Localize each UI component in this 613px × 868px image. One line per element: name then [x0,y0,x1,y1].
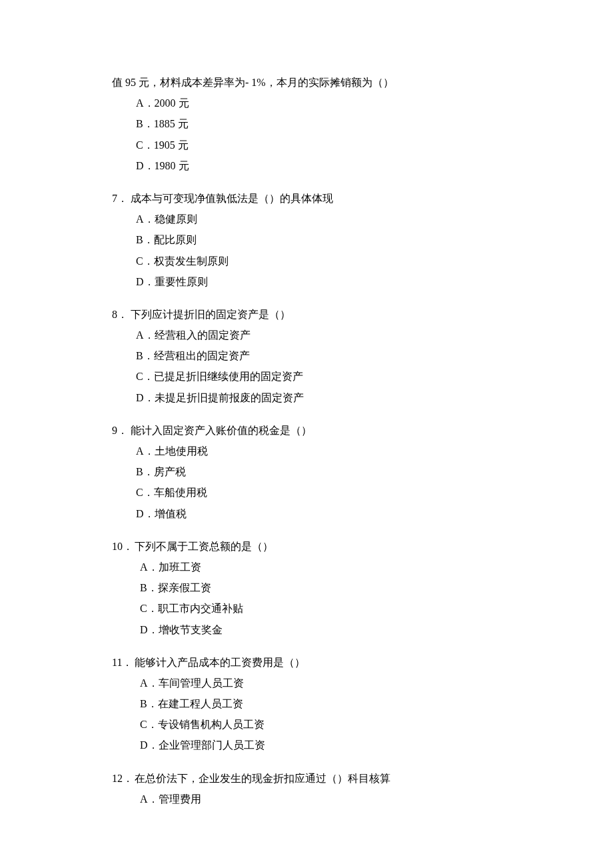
question-8: 8．下列应计提折旧的固定资产是（） [112,304,501,325]
option-9c: C．车船使用税 [136,482,501,503]
option-9d: D．增值税 [136,503,501,524]
option-6c: C．1905 元 [136,135,501,155]
option-8c: C．已提足折旧继续使用的固定资产 [136,366,501,387]
question-10: 10．下列不属于工资总额的是（） [112,536,501,557]
question-6-continuation: 值 95 元，材料成本差异率为- 1%，本月的实际摊销额为（） [112,72,501,93]
question-12-options: A．管理费用 [140,789,501,809]
option-7a: A．稳健原则 [136,209,501,229]
option-8b: B．经营租出的固定资产 [136,345,501,366]
option-7c: C．权责发生制原则 [136,251,501,271]
question-9-text: 能计入固定资产入账价值的税金是（） [131,425,312,436]
option-11c: C．专设销售机构人员工资 [140,714,501,735]
option-6b: B．1885 元 [136,113,501,134]
question-11-text: 能够计入产品成本的工资费用是（） [135,657,305,668]
question-12: 12．在总价法下，企业发生的现金折扣应通过（）科目核算 [112,768,501,789]
question-8-text: 下列应计提折旧的固定资产是（） [131,309,291,320]
option-6a: A．2000 元 [136,93,501,113]
question-8-options: A．经营租入的固定资产 B．经营租出的固定资产 C．已提足折旧继续使用的固定资产… [136,325,501,408]
question-7: 7．成本与可变现净值孰低法是（）的具体体现 [112,188,501,209]
option-10a: A．加班工资 [140,557,501,577]
question-7-options: A．稳健原则 B．配比原则 C．权责发生制原则 D．重要性原则 [136,209,501,292]
question-11-options: A．车间管理人员工资 B．在建工程人员工资 C．专设销售机构人员工资 D．企业管… [140,673,501,756]
question-9-options: A．土地使用税 B．房产税 C．车船使用税 D．增值税 [136,441,501,524]
option-7b: B．配比原则 [136,229,501,250]
option-10c: C．职工市内交通补贴 [140,598,501,619]
option-11b: B．在建工程人员工资 [140,693,501,714]
question-11: 11．能够计入产品成本的工资费用是（） [112,652,501,673]
option-11d: D．企业管理部门人员工资 [140,735,501,755]
question-10-text: 下列不属于工资总额的是（） [135,541,273,552]
question-7-number: 7． [112,188,131,209]
question-8-number: 8． [112,304,131,325]
question-12-text: 在总价法下，企业发生的现金折扣应通过（）科目核算 [135,773,390,784]
question-11-number: 11． [112,652,135,673]
option-9a: A．土地使用税 [136,441,501,461]
question-7-text: 成本与可变现净值孰低法是（）的具体体现 [131,193,333,204]
question-9-number: 9． [112,420,131,441]
option-7d: D．重要性原则 [136,271,501,292]
option-10d: D．增收节支奖金 [140,619,501,640]
option-8d: D．未提足折旧提前报废的固定资产 [136,387,501,408]
question-6-options: A．2000 元 B．1885 元 C．1905 元 D．1980 元 [136,93,501,176]
question-12-number: 12． [112,768,135,789]
option-12a: A．管理费用 [140,789,501,809]
option-8a: A．经营租入的固定资产 [136,325,501,345]
question-10-number: 10． [112,536,135,557]
option-9b: B．房产税 [136,461,501,482]
question-9: 9．能计入固定资产入账价值的税金是（） [112,420,501,441]
question-10-options: A．加班工资 B．探亲假工资 C．职工市内交通补贴 D．增收节支奖金 [140,557,501,640]
option-6d: D．1980 元 [136,155,501,176]
option-11a: A．车间管理人员工资 [140,673,501,693]
option-10b: B．探亲假工资 [140,577,501,598]
